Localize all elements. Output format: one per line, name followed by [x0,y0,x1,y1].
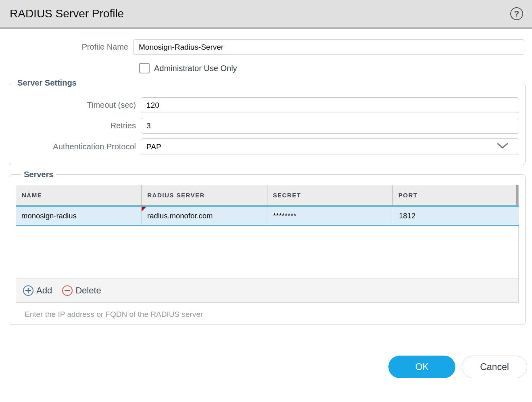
column-header-secret[interactable]: SECRET [267,185,393,205]
delete-minus-icon [62,285,73,296]
auth-protocol-row: Authentication Protocol PAP [9,138,525,155]
delete-button[interactable]: Delete [62,285,101,296]
server-hint-text: Enter the IP address or FQDN of the RADI… [25,310,519,319]
server-settings-group: Server Settings Timeout (sec) Retries Au… [9,78,526,165]
retries-label: Retries [9,121,141,130]
servers-table: NAME RADIUS SERVER SECRET PORT monosign-… [16,185,519,303]
cell-port[interactable]: 1812 [393,207,519,225]
auth-protocol-label: Authentication Protocol [9,142,141,151]
dialog-titlebar: RADIUS Server Profile ? [0,0,532,29]
cancel-button[interactable]: Cancel [462,356,527,378]
timeout-label: Timeout (sec) [9,100,141,110]
table-row-selected[interactable]: monosign-radius radius.monofor.com *****… [16,205,519,226]
add-button-label: Add [36,285,52,296]
dialog-actions: OK Cancel [0,356,527,378]
admin-only-checkbox[interactable] [139,63,150,73]
auth-protocol-value: PAP [146,142,161,151]
profile-name-row: Profile Name [0,39,532,55]
admin-only-label: Administrator Use Only [154,64,237,73]
cell-radius-server[interactable]: radius.monofor.com [142,207,267,225]
dialog-title: RADIUS Server Profile [10,7,124,20]
help-icon[interactable]: ? [510,7,523,20]
modified-cell-marker-icon [142,207,146,211]
table-scrollbar[interactable] [516,185,518,205]
add-button[interactable]: Add [23,285,52,296]
column-header-radius-server[interactable]: RADIUS SERVER [142,185,267,205]
table-toolbar: Add Delete [16,278,519,303]
profile-name-label: Profile Name [0,42,133,52]
column-header-port[interactable]: PORT [393,185,518,205]
chevron-down-icon [497,142,509,151]
ok-button[interactable]: OK [388,356,455,378]
table-empty-area [16,226,519,278]
server-settings-legend: Server Settings [15,78,79,88]
delete-button-label: Delete [75,285,101,296]
retries-input[interactable] [141,118,519,134]
servers-table-header: NAME RADIUS SERVER SECRET PORT [16,185,519,205]
auth-protocol-select[interactable]: PAP [141,138,519,155]
column-header-name[interactable]: NAME [16,185,142,205]
cell-name[interactable]: monosign-radius [16,207,142,225]
cell-radius-server-value: radius.monofor.com [147,211,213,220]
timeout-input[interactable] [141,97,519,113]
servers-group: Servers NAME RADIUS SERVER SECRET PORT m… [9,170,526,325]
add-plus-icon [23,285,34,296]
cell-secret[interactable]: ******** [267,207,393,225]
retries-row: Retries [9,118,525,134]
profile-name-input[interactable] [133,39,524,55]
servers-legend: Servers [21,170,56,179]
admin-only-row: Administrator Use Only [139,63,532,73]
timeout-row: Timeout (sec) [9,97,525,113]
